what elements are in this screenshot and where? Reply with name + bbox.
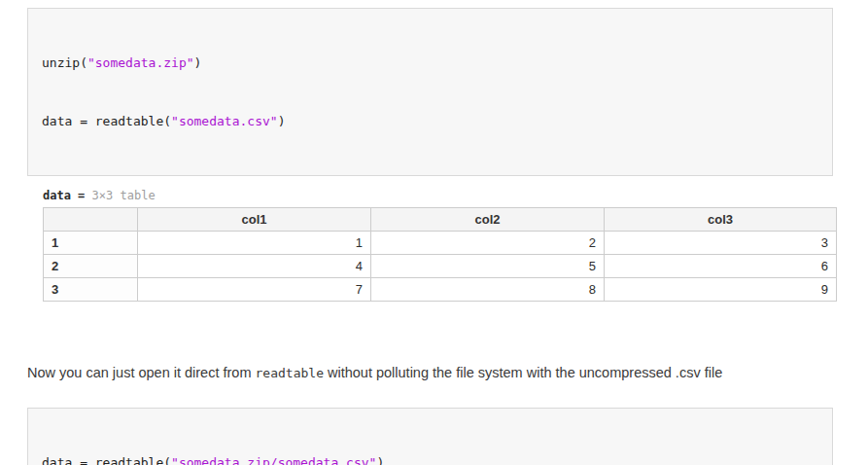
text-segment: Now you can just open it direct from (27, 365, 256, 380)
column-header: col2 (371, 208, 605, 232)
value-cell: 2 (371, 232, 605, 255)
code-token: ) (278, 114, 286, 128)
string-literal: "somedata.zip" (87, 55, 194, 70)
result-table-1: col1 col2 col3 1 1 2 3 2 4 5 6 3 7 8 9 (43, 207, 837, 302)
live-script-page: unzip("somedata.zip") data = readtable("… (0, 0, 868, 465)
value-cell: 7 (138, 278, 371, 302)
value-cell: 6 (605, 255, 837, 278)
code-token: ) (194, 55, 202, 70)
string-literal: "somedata.csv" (171, 114, 278, 128)
value-cell: 8 (371, 278, 605, 302)
code-token: data = readtable( (42, 114, 171, 128)
output-label: data = 3×3 table (43, 189, 868, 202)
inline-code: readtable (256, 366, 324, 380)
value-cell: 9 (605, 278, 837, 302)
value-cell: 4 (138, 255, 371, 278)
row-label-cell: 2 (44, 255, 138, 278)
code-line: data = readtable("somedata.csv") (42, 112, 818, 131)
value-cell: 3 (605, 232, 837, 255)
table-row: 2 4 5 6 (44, 255, 837, 278)
table-row: 3 7 8 9 (44, 278, 837, 302)
code-line: unzip("somedata.zip") (42, 54, 818, 73)
string-literal: "somedata.zip/somedata.csv" (171, 455, 376, 465)
variable-name: data = (43, 189, 92, 202)
row-label-cell: 1 (44, 232, 138, 255)
table-dimensions: 3×3 table (92, 189, 156, 202)
explanation-text: Now you can just open it direct from rea… (27, 364, 833, 382)
code-block-unzip[interactable]: unzip("somedata.zip") data = readtable("… (27, 8, 833, 176)
corner-cell (44, 208, 138, 232)
column-header: col1 (138, 208, 371, 232)
code-token: ) (376, 455, 384, 465)
value-cell: 1 (138, 232, 371, 255)
code-token: data = readtable( (42, 455, 171, 465)
code-token: unzip( (42, 55, 87, 70)
table-header-row: col1 col2 col3 (44, 208, 837, 232)
table-row: 1 1 2 3 (44, 232, 837, 255)
code-line: data = readtable("somedata.zip/somedata.… (42, 453, 818, 465)
text-segment: without polluting the file system with t… (324, 365, 722, 380)
code-block-readtable-zip[interactable]: data = readtable("somedata.zip/somedata.… (27, 408, 833, 465)
column-header: col3 (605, 208, 837, 232)
row-label-cell: 3 (44, 278, 138, 302)
value-cell: 5 (371, 255, 605, 278)
